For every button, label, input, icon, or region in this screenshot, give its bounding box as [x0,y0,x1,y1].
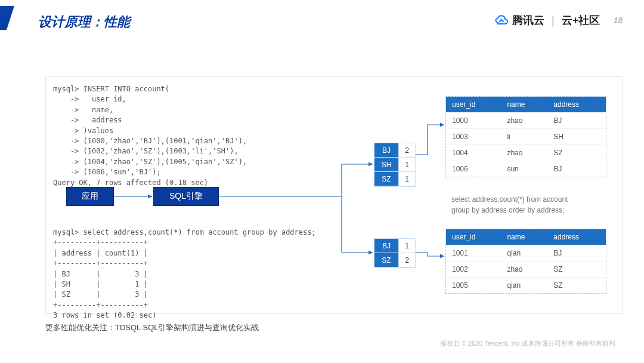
mini-table-bottom: BJ1 SZ2 [374,238,416,268]
mini-cell: SH [374,158,398,172]
mini-cell: 1 [398,158,415,172]
brand-cloud-text: 腾讯云 [512,13,544,27]
title-bar: 设计原理：性能 [0,13,130,31]
mini-cell: 1 [398,239,415,253]
table-row: 1000zhaoBJ [446,113,606,129]
copyright: 版权归 © 2020 Tencent, Inc.或其附属公司所有 保留所有权利 [440,339,615,348]
app-label: 应用 [82,191,98,202]
sql-select-code: mysql> select address,count(*) from acco… [53,227,316,321]
page-title: 设计原理：性能 [38,13,130,31]
mini-cell: BJ [374,239,398,253]
th-address: address [547,97,606,113]
mini-cell: SZ [374,172,398,186]
brand-area: 腾讯云 | 云+社区 18 [494,13,623,27]
bottom-note: 更多性能优化关注：TDSQL SQL引擎架构演进与查询优化实战 [45,322,259,333]
table-header-row: user_id name address [446,229,606,245]
table-row: 1006sunBJ [446,161,606,177]
sql-note: select address,count(*) from account gro… [451,194,568,216]
mini-cell: BJ [374,143,398,158]
brand-community: 云+社区 [562,13,600,27]
sql-engine-box: SQL引擎 [153,187,219,206]
table-row: 1003liSH [446,129,606,145]
mini-cell: 2 [398,143,415,158]
cloud-icon [494,13,509,27]
table-row: 1004zhaoSZ [446,145,606,161]
data-table-bottom: user_id name address 1001qianBJ 1002zhao… [445,229,606,294]
app-box: 应用 [66,187,114,206]
th-name: name [501,229,547,245]
th-address: address [547,229,606,245]
th-userid: user_id [446,97,501,113]
mini-cell: 1 [398,172,415,186]
table-row: 1001qianBJ [446,245,606,262]
th-name: name [501,97,547,113]
engine-label: SQL引擎 [169,191,203,202]
brand-separator: | [552,14,555,27]
page-number: 18 [613,16,623,25]
mini-cell: SZ [374,253,398,267]
data-table-top: user_id name address 1000zhaoBJ 1003liSH… [445,96,606,177]
mini-table-top: BJ2 SH1 SZ1 [374,143,416,187]
sql-insert-code: mysql> INSERT INTO account( -> user_id, … [53,84,247,188]
table-row: 1002zhaoSZ [446,262,606,278]
content-box: mysql> INSERT INTO account( -> user_id, … [45,76,623,314]
th-userid: user_id [446,229,501,245]
table-row: 1005qianSZ [446,278,606,294]
table-header-row: user_id name address [446,97,606,113]
mini-cell: 2 [398,253,415,267]
brand-cloud: 腾讯云 [494,13,544,27]
